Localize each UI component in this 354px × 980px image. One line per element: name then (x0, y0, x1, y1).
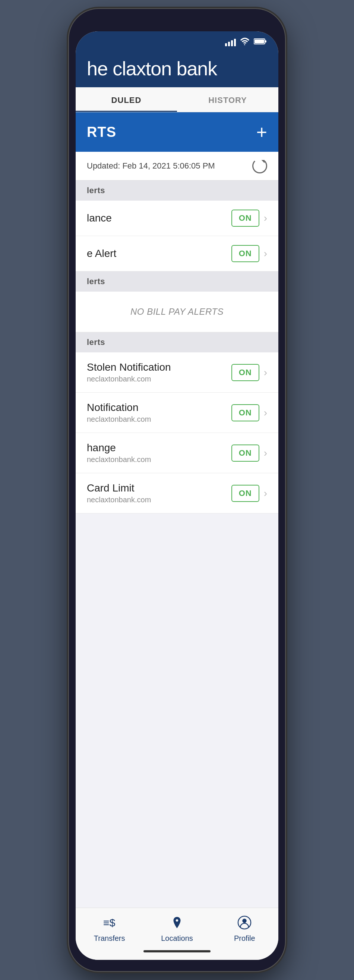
signal-bar-1 (225, 43, 227, 46)
balance-alert-row[interactable]: lance ON › (76, 200, 278, 236)
notification-row[interactable]: Notification neclaxtonbank.com ON › (76, 393, 278, 433)
e-alert-status[interactable]: ON (232, 245, 259, 262)
transfers-icon: ≡$ (103, 915, 117, 931)
phone-screen: he claxton bank DULED HISTORY RTS + Upda… (76, 31, 278, 960)
balance-alert-info: lance (87, 212, 232, 224)
e-alert-controls: ON › (232, 245, 267, 262)
card-limit-row[interactable]: Card Limit neclaxtonbank.com ON › (76, 473, 278, 514)
stolen-notification-sub: neclaxtonbank.com (87, 375, 232, 383)
change-info: hange neclaxtonbank.com (87, 442, 232, 464)
nav-transfers[interactable]: ≡$ Transfers (76, 915, 143, 943)
status-bar (76, 31, 278, 54)
svg-point-5 (243, 919, 247, 923)
change-chevron: › (264, 447, 267, 459)
balance-alert-name: lance (87, 212, 232, 224)
signal-icon (225, 39, 236, 46)
no-bill-pay-message: NO BILL PAY ALERTS (76, 292, 278, 332)
tabs-bar: DULED HISTORY (76, 87, 278, 112)
change-status[interactable]: ON (232, 444, 259, 462)
wifi-icon (240, 38, 250, 47)
profile-label: Profile (234, 934, 255, 943)
notification-status[interactable]: ON (232, 404, 259, 422)
update-timestamp: Updated: Feb 14, 2021 5:06:05 PM (87, 161, 215, 171)
alerts-header: RTS + (76, 112, 278, 152)
status-icons (225, 38, 267, 47)
scroll-content: lerts lance ON › e Alert ON (76, 180, 278, 908)
bottom-nav: ≡$ Transfers Locations (76, 908, 278, 947)
home-indicator (76, 947, 278, 960)
tab-history[interactable]: HISTORY (177, 87, 278, 112)
nav-locations[interactable]: Locations (143, 915, 211, 943)
balance-alert-status[interactable]: ON (232, 210, 259, 227)
card-limit-status[interactable]: ON (232, 485, 259, 502)
stolen-notification-name: Stolen Notification (87, 361, 232, 373)
change-controls: ON › (232, 444, 267, 462)
transfers-label: Transfers (94, 934, 125, 943)
stolen-notification-status[interactable]: ON (232, 364, 259, 381)
stolen-notification-row[interactable]: Stolen Notification neclaxtonbank.com ON… (76, 352, 278, 393)
refresh-button[interactable] (252, 159, 267, 173)
e-alert-chevron: › (264, 248, 267, 259)
locations-icon (170, 915, 184, 931)
home-bar (143, 950, 211, 952)
card-limit-controls: ON › (232, 485, 267, 502)
app-header: he claxton bank (76, 54, 278, 87)
stolen-notification-info: Stolen Notification neclaxtonbank.com (87, 361, 232, 383)
nav-profile[interactable]: Profile (211, 915, 278, 943)
notification-info: Notification neclaxtonbank.com (87, 402, 232, 424)
locations-label: Locations (161, 934, 193, 943)
app-title: he claxton bank (87, 57, 267, 80)
signal-bar-3 (231, 40, 233, 46)
bill-pay-alerts-header: lerts (76, 272, 278, 292)
signal-bar-2 (228, 42, 230, 46)
svg-text:≡$: ≡$ (103, 916, 116, 929)
balance-alert-controls: ON › (232, 210, 267, 227)
e-alert-row[interactable]: e Alert ON › (76, 236, 278, 272)
card-alerts-header: lerts (76, 332, 278, 352)
notification-name: Notification (87, 402, 232, 414)
add-alert-button[interactable]: + (256, 123, 267, 142)
battery-icon (254, 38, 267, 47)
change-sub: neclaxtonbank.com (87, 455, 232, 464)
bottom-spacer (76, 514, 278, 528)
stolen-notification-controls: ON › (232, 364, 267, 381)
card-limit-sub: neclaxtonbank.com (87, 496, 232, 504)
notification-sub: neclaxtonbank.com (87, 415, 232, 424)
svg-rect-2 (254, 40, 264, 43)
e-alert-name: e Alert (87, 248, 232, 259)
notification-controls: ON › (232, 404, 267, 422)
tab-scheduled[interactable]: DULED (76, 87, 177, 112)
balance-alert-chevron: › (264, 212, 267, 224)
phone-wrapper: he claxton bank DULED HISTORY RTS + Upda… (0, 0, 354, 980)
update-bar: Updated: Feb 14, 2021 5:06:05 PM (76, 152, 278, 180)
notification-chevron: › (264, 407, 267, 419)
e-alert-info: e Alert (87, 248, 232, 259)
card-limit-info: Card Limit neclaxtonbank.com (87, 482, 232, 504)
change-name: hange (87, 442, 232, 454)
stolen-notification-chevron: › (264, 367, 267, 379)
alerts-title: RTS (87, 124, 116, 140)
account-alerts-header: lerts (76, 180, 278, 200)
change-row[interactable]: hange neclaxtonbank.com ON › (76, 433, 278, 473)
svg-rect-1 (265, 40, 267, 43)
profile-icon (237, 915, 252, 931)
signal-bar-4 (234, 39, 236, 46)
card-limit-chevron: › (264, 487, 267, 500)
card-limit-name: Card Limit (87, 482, 232, 494)
phone-frame: he claxton bank DULED HISTORY RTS + Upda… (69, 9, 285, 971)
